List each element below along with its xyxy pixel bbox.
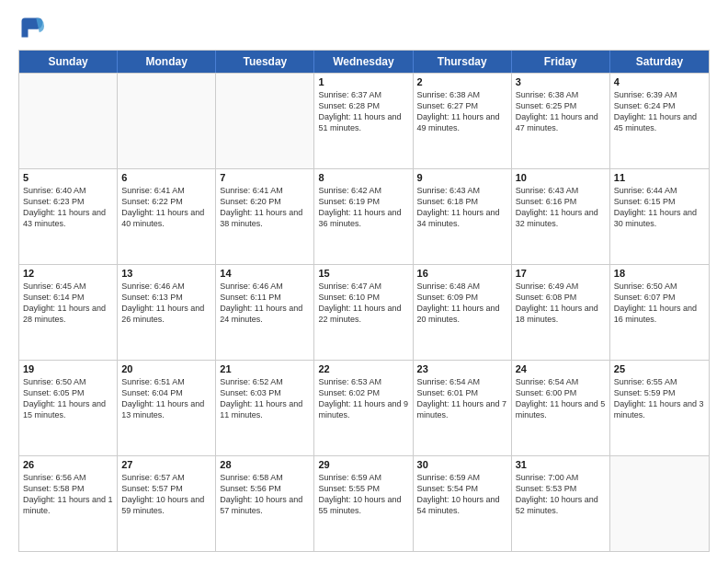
day-header-sunday: Sunday [19, 51, 118, 73]
cell-day-number: 8 [318, 172, 408, 183]
cell-info: Sunrise: 6:44 AM Sunset: 6:15 PM Dayligh… [614, 185, 705, 230]
calendar-row-0: 1Sunrise: 6:37 AM Sunset: 6:28 PM Daylig… [19, 73, 709, 168]
cell-day-number: 31 [516, 459, 606, 470]
cell-info: Sunrise: 6:40 AM Sunset: 6:23 PM Dayligh… [23, 185, 113, 230]
cell-day-number: 13 [121, 268, 211, 279]
calendar-cell: 15Sunrise: 6:47 AM Sunset: 6:10 PM Dayli… [314, 265, 413, 360]
cell-day-number: 15 [318, 268, 408, 279]
cell-info: Sunrise: 6:41 AM Sunset: 6:22 PM Dayligh… [121, 185, 211, 230]
cell-day-number: 16 [417, 268, 507, 279]
cell-info: Sunrise: 6:48 AM Sunset: 6:09 PM Dayligh… [417, 281, 507, 326]
cell-day-number: 30 [417, 459, 507, 470]
cell-info: Sunrise: 6:43 AM Sunset: 6:16 PM Dayligh… [516, 185, 606, 230]
calendar-cell: 14Sunrise: 6:46 AM Sunset: 6:11 PM Dayli… [216, 265, 314, 360]
cell-info: Sunrise: 6:56 AM Sunset: 5:58 PM Dayligh… [23, 472, 113, 517]
cell-info: Sunrise: 6:39 AM Sunset: 6:24 PM Dayligh… [614, 89, 705, 134]
calendar-header: SundayMondayTuesdayWednesdayThursdayFrid… [19, 51, 709, 73]
cell-day-number: 9 [417, 172, 507, 183]
day-header-monday: Monday [118, 51, 216, 73]
cell-day-number: 20 [121, 363, 211, 374]
calendar-row-3: 19Sunrise: 6:50 AM Sunset: 6:05 PM Dayli… [19, 360, 709, 455]
logo [18, 15, 48, 40]
calendar-cell: 31Sunrise: 7:00 AM Sunset: 5:53 PM Dayli… [512, 456, 610, 551]
cell-info: Sunrise: 6:43 AM Sunset: 6:18 PM Dayligh… [417, 185, 507, 230]
calendar-cell: 28Sunrise: 6:58 AM Sunset: 5:56 PM Dayli… [216, 456, 314, 551]
cell-info: Sunrise: 6:45 AM Sunset: 6:14 PM Dayligh… [23, 281, 113, 326]
calendar-cell: 26Sunrise: 6:56 AM Sunset: 5:58 PM Dayli… [19, 456, 118, 551]
cell-day-number: 6 [121, 172, 211, 183]
calendar-cell: 21Sunrise: 6:52 AM Sunset: 6:03 PM Dayli… [216, 361, 314, 455]
cell-info: Sunrise: 6:59 AM Sunset: 5:55 PM Dayligh… [318, 472, 408, 517]
logo-icon [18, 15, 44, 40]
cell-info: Sunrise: 6:37 AM Sunset: 6:28 PM Dayligh… [318, 89, 408, 134]
cell-info: Sunrise: 6:55 AM Sunset: 5:59 PM Dayligh… [614, 376, 705, 421]
calendar-cell: 9Sunrise: 6:43 AM Sunset: 6:18 PM Daylig… [414, 169, 512, 264]
calendar-cell: 4Sunrise: 6:39 AM Sunset: 6:24 PM Daylig… [610, 74, 709, 168]
cell-info: Sunrise: 6:41 AM Sunset: 6:20 PM Dayligh… [220, 185, 310, 230]
cell-day-number: 10 [516, 172, 606, 183]
cell-day-number: 2 [417, 76, 507, 87]
calendar-cell: 11Sunrise: 6:44 AM Sunset: 6:15 PM Dayli… [610, 169, 709, 264]
cell-day-number: 4 [614, 76, 705, 87]
calendar-cell: 12Sunrise: 6:45 AM Sunset: 6:14 PM Dayli… [19, 265, 118, 360]
calendar-cell: 6Sunrise: 6:41 AM Sunset: 6:22 PM Daylig… [118, 169, 216, 264]
calendar-row-2: 12Sunrise: 6:45 AM Sunset: 6:14 PM Dayli… [19, 264, 709, 360]
calendar-cell: 1Sunrise: 6:37 AM Sunset: 6:28 PM Daylig… [314, 74, 413, 168]
cell-info: Sunrise: 6:47 AM Sunset: 6:10 PM Dayligh… [318, 281, 408, 326]
calendar-cell: 20Sunrise: 6:51 AM Sunset: 6:04 PM Dayli… [118, 361, 216, 455]
calendar-row-4: 26Sunrise: 6:56 AM Sunset: 5:58 PM Dayli… [19, 455, 709, 551]
calendar-cell [19, 74, 118, 168]
calendar-cell: 23Sunrise: 6:54 AM Sunset: 6:01 PM Dayli… [414, 361, 512, 455]
page: SundayMondayTuesdayWednesdayThursdayFrid… [0, 0, 728, 563]
calendar-cell: 7Sunrise: 6:41 AM Sunset: 6:20 PM Daylig… [216, 169, 314, 264]
calendar-cell [118, 74, 216, 168]
calendar-cell: 25Sunrise: 6:55 AM Sunset: 5:59 PM Dayli… [610, 361, 709, 455]
calendar-cell: 5Sunrise: 6:40 AM Sunset: 6:23 PM Daylig… [19, 169, 118, 264]
cell-info: Sunrise: 6:50 AM Sunset: 6:07 PM Dayligh… [614, 281, 705, 326]
calendar: SundayMondayTuesdayWednesdayThursdayFrid… [18, 50, 710, 552]
cell-day-number: 5 [23, 172, 113, 183]
cell-day-number: 27 [121, 459, 211, 470]
cell-info: Sunrise: 6:38 AM Sunset: 6:25 PM Dayligh… [516, 89, 606, 134]
cell-day-number: 26 [23, 459, 113, 470]
calendar-row-1: 5Sunrise: 6:40 AM Sunset: 6:23 PM Daylig… [19, 168, 709, 264]
calendar-cell: 29Sunrise: 6:59 AM Sunset: 5:55 PM Dayli… [314, 456, 413, 551]
day-header-tuesday: Tuesday [216, 51, 314, 73]
cell-info: Sunrise: 6:52 AM Sunset: 6:03 PM Dayligh… [220, 376, 310, 421]
calendar-cell: 3Sunrise: 6:38 AM Sunset: 6:25 PM Daylig… [512, 74, 610, 168]
cell-info: Sunrise: 6:54 AM Sunset: 6:00 PM Dayligh… [516, 376, 606, 421]
calendar-cell: 19Sunrise: 6:50 AM Sunset: 6:05 PM Dayli… [19, 361, 118, 455]
cell-day-number: 28 [220, 459, 310, 470]
cell-info: Sunrise: 6:58 AM Sunset: 5:56 PM Dayligh… [220, 472, 310, 517]
cell-info: Sunrise: 6:38 AM Sunset: 6:27 PM Dayligh… [417, 89, 507, 134]
cell-info: Sunrise: 6:49 AM Sunset: 6:08 PM Dayligh… [516, 281, 606, 326]
cell-info: Sunrise: 6:54 AM Sunset: 6:01 PM Dayligh… [417, 376, 507, 421]
cell-day-number: 21 [220, 363, 310, 374]
day-header-friday: Friday [512, 51, 610, 73]
cell-info: Sunrise: 6:51 AM Sunset: 6:04 PM Dayligh… [121, 376, 211, 421]
calendar-cell: 27Sunrise: 6:57 AM Sunset: 5:57 PM Dayli… [118, 456, 216, 551]
cell-day-number: 18 [614, 268, 705, 279]
cell-info: Sunrise: 6:50 AM Sunset: 6:05 PM Dayligh… [23, 376, 113, 421]
cell-info: Sunrise: 6:59 AM Sunset: 5:54 PM Dayligh… [417, 472, 507, 517]
cell-day-number: 24 [516, 363, 606, 374]
cell-day-number: 25 [614, 363, 705, 374]
cell-day-number: 11 [614, 172, 705, 183]
day-header-saturday: Saturday [610, 51, 709, 73]
calendar-cell [610, 456, 709, 551]
day-header-thursday: Thursday [414, 51, 512, 73]
calendar-cell: 10Sunrise: 6:43 AM Sunset: 6:16 PM Dayli… [512, 169, 610, 264]
cell-info: Sunrise: 7:00 AM Sunset: 5:53 PM Dayligh… [516, 472, 606, 517]
calendar-cell: 18Sunrise: 6:50 AM Sunset: 6:07 PM Dayli… [610, 265, 709, 360]
cell-day-number: 3 [516, 76, 606, 87]
cell-day-number: 17 [516, 268, 606, 279]
cell-day-number: 1 [318, 76, 408, 87]
cell-info: Sunrise: 6:42 AM Sunset: 6:19 PM Dayligh… [318, 185, 408, 230]
calendar-cell [216, 74, 314, 168]
cell-day-number: 23 [417, 363, 507, 374]
calendar-body: 1Sunrise: 6:37 AM Sunset: 6:28 PM Daylig… [19, 73, 709, 551]
calendar-cell: 22Sunrise: 6:53 AM Sunset: 6:02 PM Dayli… [314, 361, 413, 455]
cell-info: Sunrise: 6:57 AM Sunset: 5:57 PM Dayligh… [121, 472, 211, 517]
cell-info: Sunrise: 6:46 AM Sunset: 6:13 PM Dayligh… [121, 281, 211, 326]
calendar-cell: 16Sunrise: 6:48 AM Sunset: 6:09 PM Dayli… [414, 265, 512, 360]
